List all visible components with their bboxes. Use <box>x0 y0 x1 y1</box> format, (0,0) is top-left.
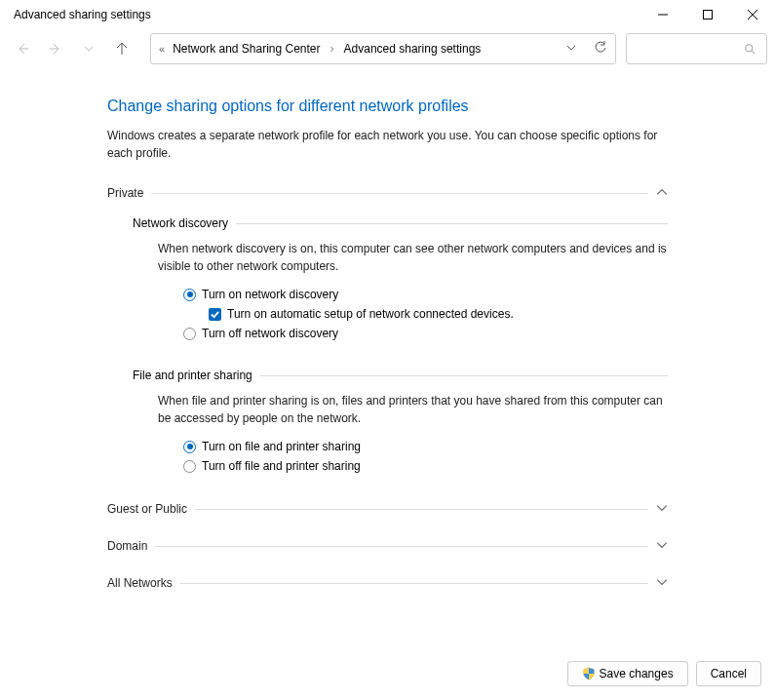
cancel-button[interactable]: Cancel <box>696 661 761 686</box>
radio-icon <box>183 460 196 473</box>
svg-point-4 <box>746 44 753 51</box>
chevron-down-icon <box>656 539 668 554</box>
window-title: Advanced sharing settings <box>14 8 640 21</box>
section-all-label: All Networks <box>107 576 173 590</box>
recent-dropdown[interactable] <box>74 34 103 63</box>
radio-nd-off[interactable]: Turn off network discovery <box>133 324 668 343</box>
section-domain-header[interactable]: Domain <box>107 534 668 558</box>
forward-button[interactable] <box>41 34 70 63</box>
chevron-down-icon <box>656 576 668 591</box>
section-guest-label: Guest or Public <box>107 502 187 516</box>
up-button[interactable] <box>107 34 136 63</box>
address-bar[interactable]: « Network and Sharing Center › Advanced … <box>150 33 616 64</box>
network-discovery-title: Network discovery <box>133 216 228 230</box>
radio-fps-off[interactable]: Turn off file and printer sharing <box>133 456 668 476</box>
search-icon <box>744 43 756 56</box>
section-allnetworks-header[interactable]: All Networks <box>107 571 668 595</box>
content-pane: Change sharing options for different net… <box>0 68 775 595</box>
breadcrumb-overflow-icon[interactable]: « <box>159 43 163 55</box>
section-private-header[interactable]: Private <box>107 181 668 205</box>
breadcrumb-current[interactable]: Advanced sharing settings <box>344 42 482 56</box>
close-button[interactable] <box>730 0 775 29</box>
save-changes-button[interactable]: Save changes <box>567 661 688 686</box>
page-heading: Change sharing options for different net… <box>107 97 668 115</box>
section-private-label: Private <box>107 186 143 200</box>
address-dropdown-icon[interactable] <box>566 42 576 56</box>
chevron-down-icon <box>656 502 668 517</box>
radio-icon <box>183 328 196 340</box>
network-discovery-desc: When network discovery is on, this compu… <box>133 240 668 275</box>
subsection-network-discovery: Network discovery When network discovery… <box>107 216 668 343</box>
radio-icon <box>183 289 196 301</box>
titlebar: Advanced sharing settings <box>0 0 775 29</box>
refresh-button[interactable] <box>586 41 607 58</box>
file-printer-title: File and printer sharing <box>133 369 252 382</box>
svg-line-5 <box>752 51 755 54</box>
section-guest-header[interactable]: Guest or Public <box>107 497 668 521</box>
radio-icon <box>183 441 196 453</box>
chevron-up-icon <box>656 186 668 201</box>
search-input[interactable] <box>626 33 767 64</box>
minimize-button[interactable] <box>640 0 685 29</box>
radio-nd-on[interactable]: Turn on network discovery <box>133 285 668 304</box>
subsection-file-printer: File and printer sharing When file and p… <box>107 369 668 476</box>
radio-fps-on[interactable]: Turn on file and printer sharing <box>133 437 668 456</box>
back-button[interactable] <box>8 34 37 63</box>
nav-toolbar: « Network and Sharing Center › Advanced … <box>0 29 775 68</box>
maximize-button[interactable] <box>685 0 730 29</box>
section-domain-label: Domain <box>107 539 147 553</box>
breadcrumb-parent[interactable]: Network and Sharing Center <box>173 42 320 56</box>
page-subtext: Windows creates a separate network profi… <box>107 127 668 162</box>
file-printer-desc: When file and printer sharing is on, fil… <box>133 392 668 427</box>
shield-icon <box>582 667 596 681</box>
chevron-right-icon: › <box>330 42 334 56</box>
check-auto-setup[interactable]: Turn on automatic setup of network conne… <box>133 304 668 324</box>
svg-rect-1 <box>704 11 713 19</box>
checkbox-icon <box>209 308 221 321</box>
footer-buttons: Save changes Cancel <box>567 661 761 686</box>
